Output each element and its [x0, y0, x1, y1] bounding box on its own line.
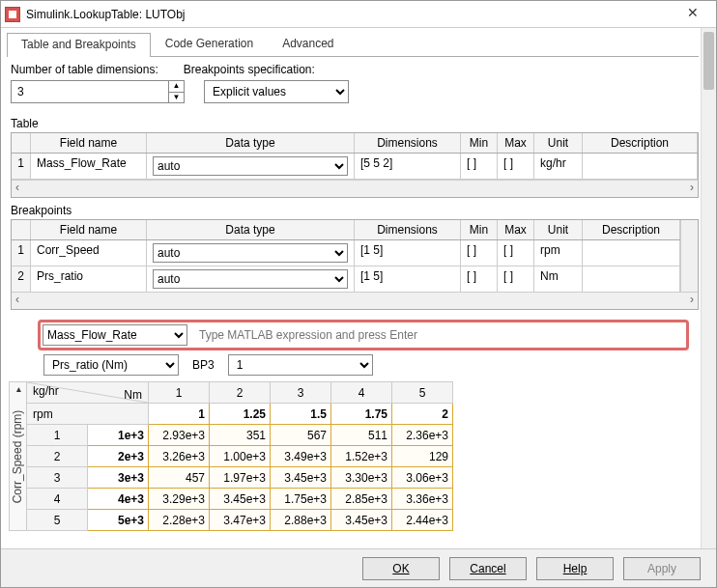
- hdr-description: Description: [583, 133, 698, 153]
- close-button[interactable]: ✕: [674, 2, 712, 27]
- bp3-label: BP3: [192, 358, 215, 372]
- breakpoints-grid: Field name Data type Dimensions Min Max …: [11, 219, 699, 310]
- content-area: Table and Breakpoints Code Generation Ad…: [1, 28, 716, 548]
- bp-spec-label: Breakpoints specification:: [184, 63, 315, 76]
- bp3-select[interactable]: 1: [228, 354, 373, 376]
- num-dims-input[interactable]: [12, 81, 168, 102]
- titlebar: Simulink.LookupTable: LUTObj ✕: [1, 1, 716, 28]
- col-idx: 3: [271, 382, 331, 404]
- hdr-unit: Unit: [534, 220, 583, 239]
- hdr-min: Min: [461, 133, 498, 153]
- table-row[interactable]: 2 Prs_ratio auto [1 5] [ ] [ ] Nm: [12, 266, 680, 292]
- hdr-data-type: Data type: [147, 133, 355, 153]
- hdr-min: Min: [461, 220, 498, 239]
- bp-col[interactable]: 1.25: [210, 404, 271, 425]
- table-section-label: Table: [1, 111, 716, 132]
- bp-col[interactable]: 2: [392, 404, 453, 425]
- table-hscroll[interactable]: [12, 180, 698, 197]
- window-title: Simulink.LookupTable: LUTObj: [26, 8, 674, 21]
- row-unit-label: rpm: [27, 404, 149, 425]
- filter-axis-select[interactable]: Prs_ratio (Nm): [43, 354, 179, 376]
- y-axis-title[interactable]: ▸ Corr_Speed (rpm): [9, 381, 26, 531]
- spinner-up-icon[interactable]: ▲: [169, 81, 184, 93]
- bp-col[interactable]: 1.5: [271, 404, 331, 425]
- chevron-right-icon: ▸: [13, 387, 23, 392]
- hdr-unit: Unit: [534, 133, 583, 153]
- scroll-thumb[interactable]: [703, 32, 714, 90]
- hdr-max: Max: [498, 220, 534, 239]
- datatype-select[interactable]: auto: [153, 269, 348, 289]
- tab-code-generation[interactable]: Code Generation: [151, 32, 268, 56]
- spinner-down-icon[interactable]: ▼: [169, 93, 184, 103]
- bp-spec-select[interactable]: Explicit values: [204, 80, 349, 103]
- col-idx: 4: [331, 382, 392, 404]
- corner-cell: kg/hr Nm: [27, 382, 149, 404]
- cancel-button[interactable]: Cancel: [449, 557, 527, 580]
- hdr-dimensions: Dimensions: [355, 220, 461, 239]
- expression-bar: Mass_Flow_Rate: [38, 320, 689, 350]
- num-dims-label: Number of table dimensions:: [11, 63, 158, 76]
- col-idx: 5: [392, 382, 453, 404]
- bp-vscroll[interactable]: [680, 220, 698, 292]
- num-dims-spinner[interactable]: ▲ ▼: [11, 80, 185, 103]
- bp-hscroll[interactable]: [12, 292, 698, 309]
- col-idx: 2: [210, 382, 271, 404]
- button-bar: OK Cancel Help Apply: [1, 548, 716, 587]
- data-table: kg/hr Nm 1 2 3 4 5 rpm 1 1.25 1.5 1.75 2…: [26, 381, 453, 531]
- bp-col[interactable]: 1.75: [331, 404, 392, 425]
- filter-row: Prs_ratio (Nm) BP3 1: [43, 354, 689, 376]
- table-row[interactable]: 1 Corr_Speed auto [1 5] [ ] [ ] rpm: [12, 240, 680, 266]
- datatype-select[interactable]: auto: [153, 243, 348, 263]
- tab-advanced[interactable]: Advanced: [268, 32, 348, 56]
- hdr-description: Description: [583, 220, 680, 239]
- hdr-field-name: Field name: [31, 133, 147, 153]
- table-row[interactable]: 1 Mass_Flow_Rate auto [5 5 2] [ ] [ ] kg…: [12, 154, 698, 180]
- top-controls: Number of table dimensions: Breakpoints …: [1, 57, 716, 111]
- expression-input[interactable]: [193, 324, 684, 346]
- tab-table-breakpoints[interactable]: Table and Breakpoints: [7, 33, 151, 57]
- hdr-field-name: Field name: [31, 220, 147, 239]
- ok-button[interactable]: OK: [362, 557, 440, 580]
- apply-button[interactable]: Apply: [623, 557, 701, 580]
- help-button[interactable]: Help: [536, 557, 614, 580]
- tab-bar: Table and Breakpoints Code Generation Ad…: [7, 32, 699, 57]
- bp-col[interactable]: 1: [149, 404, 210, 425]
- hdr-data-type: Data type: [147, 220, 355, 239]
- main-vscroll[interactable]: [701, 28, 716, 548]
- app-icon: [5, 7, 20, 22]
- hdr-dimensions: Dimensions: [355, 133, 461, 153]
- data-area: ▸ Corr_Speed (rpm) kg/hr Nm 1 2 3 4 5 rp…: [9, 381, 689, 531]
- table-grid: Field name Data type Dimensions Min Max …: [11, 132, 699, 198]
- col-idx: 1: [149, 382, 210, 404]
- bp-section-label: Breakpoints: [1, 198, 716, 219]
- expression-target-select[interactable]: Mass_Flow_Rate: [43, 324, 187, 346]
- hdr-max: Max: [498, 133, 534, 153]
- datatype-select[interactable]: auto: [153, 156, 348, 176]
